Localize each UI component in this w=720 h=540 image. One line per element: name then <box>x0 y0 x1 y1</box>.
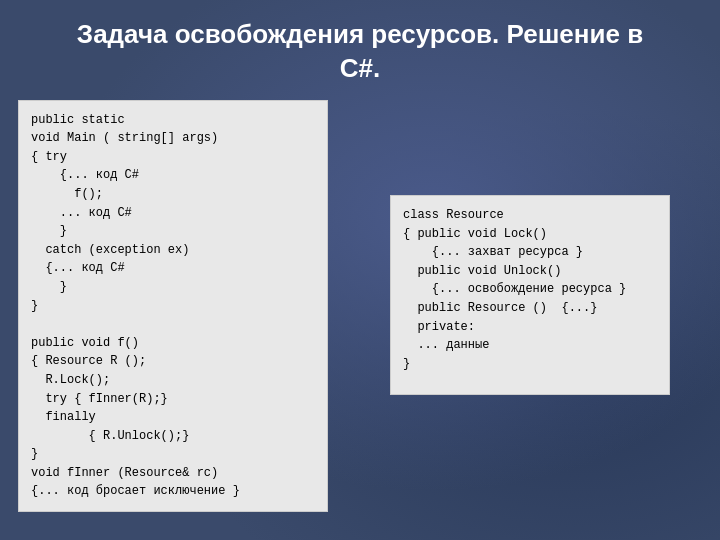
code-block-right: class Resource { public void Lock() {...… <box>390 195 670 395</box>
code-block-left: public static void Main ( string[] args)… <box>18 100 328 512</box>
page-title: Задача освобождения ресурсов. Решение в … <box>0 0 720 100</box>
